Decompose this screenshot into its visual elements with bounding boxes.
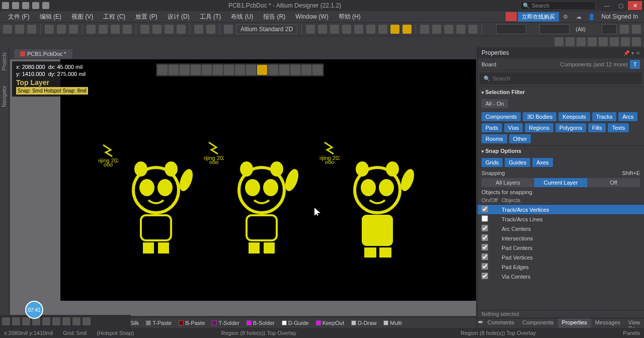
tb-open[interactable]	[15, 25, 24, 34]
tb-ico1[interactable]	[2, 317, 10, 325]
buy-online-button[interactable]: 立即在线购买	[518, 12, 559, 22]
tb-save[interactable]	[27, 25, 36, 34]
ab-2[interactable]	[169, 65, 179, 75]
filter-chip[interactable]: Texts	[608, 123, 629, 132]
mb-8[interactable]	[632, 37, 641, 46]
tb-cut[interactable]	[87, 25, 96, 34]
tb-ico2[interactable]	[12, 317, 20, 325]
layer-tab[interactable]: D-Draw	[349, 319, 378, 326]
snap-object-row[interactable]: Arc Centers	[477, 224, 644, 233]
tb-new[interactable]	[3, 25, 12, 34]
doc-tab-active[interactable]: PCB1.PcbDoc *	[14, 49, 72, 58]
tb-ico6[interactable]	[52, 317, 60, 325]
sb-panels[interactable]: Panels	[623, 330, 640, 336]
mb-6[interactable]	[610, 37, 619, 46]
snap-chip[interactable]: Axes	[532, 158, 552, 167]
filter-chip[interactable]: Fills	[588, 123, 606, 132]
tb-via[interactable]	[390, 25, 399, 34]
vtab-projects[interactable]: Projects	[2, 52, 7, 70]
filter-chip[interactable]: Regions	[525, 123, 553, 132]
tb-ico9[interactable]	[83, 317, 91, 325]
tb-route5[interactable]	[354, 25, 363, 34]
snap-object-row[interactable]: Pad Edges	[477, 262, 644, 272]
snap-object-row[interactable]: Pad Vertices	[477, 252, 644, 262]
filter-chip[interactable]: Keepouts	[558, 112, 590, 121]
ab-3[interactable]	[180, 65, 190, 75]
tb-copy[interactable]	[99, 25, 108, 34]
layer-tab[interactable]: T-Paste	[144, 319, 174, 326]
ab-12[interactable]	[279, 65, 289, 75]
menu-place[interactable]: 放置 (P)	[130, 12, 162, 22]
pin-icon[interactable]: 📌	[623, 50, 629, 56]
ab-14[interactable]	[301, 65, 311, 75]
menu-window[interactable]: Window (W)	[290, 12, 333, 21]
ab-13[interactable]	[290, 65, 300, 75]
more-icon[interactable]	[42, 2, 49, 9]
filter-chip[interactable]: Polygons	[555, 123, 586, 132]
vtab-navigator[interactable]: Navigator	[2, 86, 7, 107]
tb-measure[interactable]	[177, 25, 186, 34]
filter-chip[interactable]: Components	[481, 112, 521, 121]
panel-menu-icon[interactable]: ▾	[631, 50, 634, 56]
tb-route2[interactable]	[318, 25, 327, 34]
filter-chip[interactable]: 3D Bodies	[523, 112, 556, 121]
menu-help[interactable]: 帮助 (H)	[334, 12, 366, 22]
view-mode[interactable]: Altium Standard 2D	[236, 24, 297, 34]
panel-search[interactable]: 🔍	[479, 72, 642, 84]
tb-zoom[interactable]	[57, 25, 66, 34]
snap-object-checkbox[interactable]	[481, 273, 488, 279]
tb-pad[interactable]	[403, 25, 412, 34]
snap-segment[interactable]: All Layers	[481, 178, 534, 187]
menu-view[interactable]: 视图 (V)	[66, 12, 98, 22]
ab-filter[interactable]	[157, 65, 168, 75]
menu-reports[interactable]: 报告 (R)	[258, 12, 290, 22]
snap-chip[interactable]: Guides	[505, 158, 530, 167]
ab-15[interactable]	[312, 65, 323, 75]
filter-combo[interactable]	[496, 24, 526, 34]
ab-8[interactable]	[235, 65, 245, 75]
tb-fill[interactable]	[444, 25, 453, 34]
tb-undo[interactable]	[194, 25, 203, 34]
notification-icon[interactable]	[506, 12, 517, 21]
menu-project[interactable]: 工程 (C)	[98, 12, 130, 22]
mb-5[interactable]	[599, 37, 608, 46]
snap-object-checkbox[interactable]	[481, 234, 488, 241]
mb-4[interactable]	[588, 37, 597, 46]
snap-segment[interactable]: Off	[587, 178, 640, 187]
layer-tab[interactable]: B-Solder	[245, 319, 277, 326]
snap-object-checkbox[interactable]	[481, 254, 488, 260]
menu-tools[interactable]: 工具 (T)	[195, 12, 226, 22]
tb-route7[interactable]	[378, 25, 387, 34]
tb-poly[interactable]	[420, 25, 429, 34]
filter-combo2[interactable]	[539, 24, 570, 34]
tb-print[interactable]	[45, 25, 54, 34]
snap-object-row[interactable]: Track/Arcs Vertices	[477, 205, 644, 214]
snap-object-checkbox[interactable]	[481, 225, 488, 231]
mb-2[interactable]	[566, 37, 575, 46]
filter-chip[interactable]: Arcs	[618, 112, 637, 121]
layer-tab[interactable]: KeepOut	[314, 319, 346, 326]
ab-6[interactable]	[213, 65, 223, 75]
ab-4[interactable]	[191, 65, 201, 75]
signin-label[interactable]: Not Signed In	[598, 13, 641, 20]
minimize-button[interactable]: —	[600, 1, 614, 10]
cloud-icon[interactable]: ☁	[574, 12, 583, 21]
tb-route3[interactable]	[330, 25, 339, 34]
tb-cross[interactable]	[152, 25, 162, 34]
filter-chip[interactable]: Tracks	[592, 112, 617, 121]
ab-5[interactable]	[202, 65, 212, 75]
global-search[interactable]: 🔍 Search	[520, 1, 596, 10]
filter-chip[interactable]: Other	[509, 134, 531, 143]
filter-toggle-button[interactable]: T	[630, 60, 640, 69]
tb-ico7[interactable]	[62, 317, 70, 325]
tb-redo[interactable]	[206, 25, 215, 34]
snap-object-row[interactable]: Track/Arcs Lines	[477, 214, 644, 224]
tb-snap[interactable]	[165, 25, 174, 34]
save-icon[interactable]	[12, 2, 19, 9]
snap-object-checkbox[interactable]	[481, 215, 488, 222]
tb-filter2[interactable]	[632, 25, 641, 34]
menu-route[interactable]: 布线 (U)	[226, 12, 258, 22]
tb-rubber[interactable]	[123, 25, 132, 34]
filter-chip[interactable]: Pads	[481, 123, 502, 132]
footer-tab[interactable]: Messages	[591, 318, 624, 328]
